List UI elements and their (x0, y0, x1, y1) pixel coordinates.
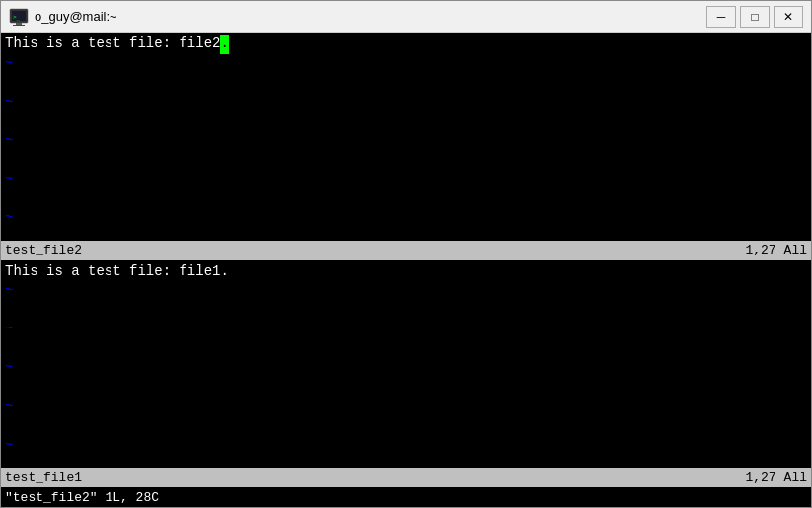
tilde-4: ~ (5, 170, 807, 189)
status-position-bottom: 1,27 (745, 471, 775, 485)
status-scroll-bottom: All (784, 471, 807, 485)
title-bar: >_ o_guy@mail:~ ─ □ ✕ (1, 1, 811, 33)
status-position-top: 1,27 (745, 243, 775, 257)
terminal-window: >_ o_guy@mail:~ ─ □ ✕ This is a test fil… (0, 0, 812, 508)
terminal-body: This is a test file: file2. ~ ~ ~ ~ ~ ~ … (1, 33, 811, 507)
window-controls: ─ □ ✕ (706, 6, 803, 28)
tilde-2: ~ (5, 93, 807, 112)
svg-rect-3 (16, 23, 22, 25)
vim-content-top: This is a test file: file2. ~ ~ ~ ~ ~ ~ … (1, 33, 811, 241)
tilde-b5: ~ (5, 436, 807, 456)
maximize-button[interactable]: □ (740, 6, 770, 28)
status-filename-top: test_file2 (5, 243, 745, 257)
tilde-1: ~ (5, 54, 807, 74)
content-line-bottom: This is a test file: file1. (5, 263, 229, 279)
minimize-button[interactable]: ─ (706, 6, 736, 28)
tilde-b1: ~ (5, 281, 807, 301)
status-bar-bottom: test_file1 1,27 All (1, 468, 811, 487)
close-button[interactable]: ✕ (774, 6, 803, 28)
tilde-3: ~ (5, 131, 807, 151)
vim-pane-top[interactable]: This is a test file: file2. ~ ~ ~ ~ ~ ~ … (1, 33, 811, 260)
window-title: o_guy@mail:~ (35, 9, 706, 24)
status-scroll-top: All (784, 243, 807, 257)
command-text: "test_file2" 1L, 28C (5, 490, 159, 505)
cursor: . (220, 35, 228, 54)
vim-content-bottom: This is a test file: file1. ~ ~ ~ ~ ~ ~ … (1, 260, 811, 469)
vim-command-bar: "test_file2" 1L, 28C (1, 487, 811, 507)
content-line-top: This is a test file: file2. (5, 36, 229, 51)
vim-pane-bottom[interactable]: This is a test file: file1. ~ ~ ~ ~ ~ ~ … (1, 260, 811, 488)
app-icon: >_ (9, 7, 29, 27)
tilde-b2: ~ (5, 320, 807, 339)
svg-rect-4 (13, 25, 25, 26)
tilde-b3: ~ (5, 358, 807, 378)
tilde-5: ~ (5, 208, 807, 228)
status-filename-bottom: test_file1 (5, 471, 745, 485)
svg-text:>_: >_ (13, 13, 21, 21)
status-bar-top: test_file2 1,27 All (1, 241, 811, 260)
tilde-b4: ~ (5, 398, 807, 417)
